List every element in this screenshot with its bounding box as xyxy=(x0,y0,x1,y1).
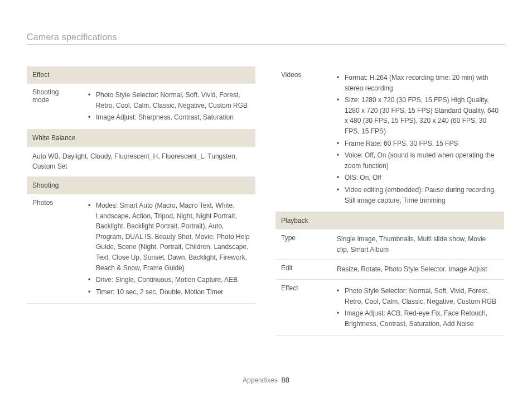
page-footer: Appendixes 88 xyxy=(0,376,532,384)
label-shooting-mode: Shooting mode xyxy=(27,84,83,130)
list-item: Timer: 10 sec, 2 sec, Double, Motion Tim… xyxy=(88,287,250,298)
list-item: Photo Style Selector: Normal, Soft, Vivi… xyxy=(337,286,499,307)
row-wb-content: Auto WB, Daylight, Cloudy, Fluorescent_H… xyxy=(27,146,255,176)
row-videos: Videos Format: H.264 (Max recording time… xyxy=(275,66,504,212)
row-shooting-mode: Shooting mode Photo Style Selector: Norm… xyxy=(27,84,255,130)
section-header: Playback xyxy=(275,212,504,229)
section-row-effect: Effect xyxy=(27,66,255,84)
list-item: Format: H.264 (Max recording time: 20 mi… xyxy=(337,73,499,93)
title-rule xyxy=(27,45,505,45)
list-item: Image Adjust: Sharpness, Contrast, Satur… xyxy=(88,112,250,123)
section-header: Shooting xyxy=(27,176,255,194)
label-effect: Effect xyxy=(275,279,331,335)
value-edit: Resize, Rotate, Photo Style Selector, Im… xyxy=(331,260,504,280)
value-wb: Auto WB, Daylight, Cloudy, Fluorescent_H… xyxy=(27,146,255,176)
value-effect: Photo Style Selector: Normal, Soft, Vivi… xyxy=(331,279,504,335)
left-column: Effect Shooting mode Photo Style Selecto… xyxy=(27,66,255,336)
list-item: Image Adjust: ACB, Red-eye Fix, Face Ret… xyxy=(337,308,499,329)
spec-table-right: Videos Format: H.264 (Max recording time… xyxy=(275,66,504,336)
label-edit: Edit xyxy=(275,260,331,280)
label-type: Type xyxy=(275,229,331,260)
section-row-wb: White Balance xyxy=(27,129,255,146)
right-column: Videos Format: H.264 (Max recording time… xyxy=(275,66,504,336)
value-type: Single image, Thumbnails, Multi slide sh… xyxy=(331,229,504,260)
list-item: Photo Style Selector: Normal, Soft, Vivi… xyxy=(88,90,250,111)
page-title: Camera specifications xyxy=(27,32,505,42)
row-effect: Effect Photo Style Selector: Normal, Sof… xyxy=(275,279,504,335)
list-item: Size: 1280 x 720 (30 FPS, 15 FPS) High Q… xyxy=(337,95,499,136)
section-row-playback: Playback xyxy=(275,212,504,229)
page-number: 88 xyxy=(281,376,289,384)
label-videos: Videos xyxy=(275,66,331,212)
list-item: OIS: On, Off xyxy=(337,173,499,183)
section-header: Effect xyxy=(27,66,255,84)
value-photos: Modes: Smart Auto (Macro, Macro Text, Wh… xyxy=(83,194,255,303)
label-photos: Photos xyxy=(27,194,83,303)
list-item: Modes: Smart Auto (Macro, Macro Text, Wh… xyxy=(88,200,250,273)
row-photos: Photos Modes: Smart Auto (Macro, Macro T… xyxy=(27,194,255,303)
columns: Effect Shooting mode Photo Style Selecto… xyxy=(27,66,505,336)
footer-section: Appendixes xyxy=(243,376,278,384)
list-item: Drive: Single, Continuous, Motion Captur… xyxy=(88,275,250,285)
spec-table-left: Effect Shooting mode Photo Style Selecto… xyxy=(27,66,255,304)
list-item: Frame Rate: 60 FPS, 30 FPS, 15 FPS xyxy=(337,138,499,149)
list-item: Video editing (embedded): Pause during r… xyxy=(337,185,499,205)
section-row-shooting: Shooting xyxy=(27,176,255,194)
section-header: White Balance xyxy=(27,129,255,146)
list-item: Voice: Off, On (sound is muted when oper… xyxy=(337,150,499,171)
row-edit: Edit Resize, Rotate, Photo Style Selecto… xyxy=(275,260,504,280)
row-type: Type Single image, Thumbnails, Multi sli… xyxy=(275,229,504,260)
value-shooting-mode: Photo Style Selector: Normal, Soft, Vivi… xyxy=(83,84,255,130)
value-videos: Format: H.264 (Max recording time: 20 mi… xyxy=(331,66,504,212)
